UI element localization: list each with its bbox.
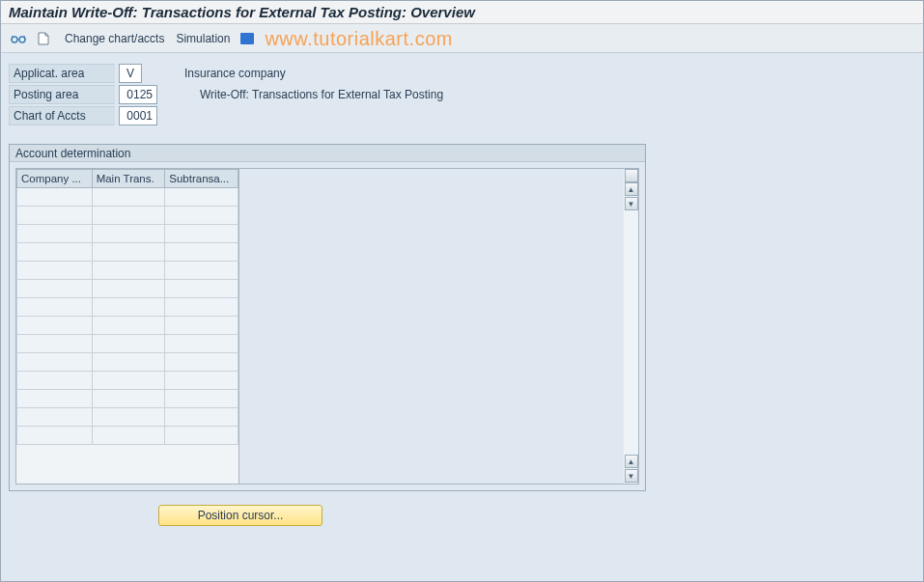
table-row[interactable] <box>17 188 238 207</box>
new-page-icon[interactable] <box>34 29 53 48</box>
table-cell[interactable] <box>17 353 93 372</box>
table-row[interactable] <box>17 353 238 372</box>
simulation-button[interactable]: Simulation <box>176 32 230 45</box>
table-cell[interactable] <box>165 390 238 408</box>
table-cell[interactable] <box>165 262 238 280</box>
sap-window: Maintain Write-Off: Transactions for Ext… <box>0 0 924 582</box>
table-row[interactable] <box>17 317 238 335</box>
table-cell[interactable] <box>92 243 165 262</box>
table-cell[interactable] <box>165 427 238 445</box>
table-cell[interactable] <box>17 280 93 298</box>
table-cell[interactable] <box>17 372 93 390</box>
col-company[interactable]: Company ... <box>17 170 93 188</box>
position-cursor-button[interactable]: Position cursor... <box>158 505 322 526</box>
table-cell[interactable] <box>92 372 165 390</box>
grid-table[interactable]: Company ... Main Trans. Subtransa... <box>16 169 238 445</box>
table-row[interactable] <box>17 390 238 408</box>
desc-applicat-area: Insurance company <box>184 67 286 80</box>
grid-header-row: Company ... Main Trans. Subtransa... <box>17 170 238 188</box>
table-row[interactable] <box>17 408 238 427</box>
app-toolbar: Change chart/accts Simulation www.tutori… <box>1 24 923 53</box>
table-cell[interactable] <box>165 335 238 353</box>
table-cell[interactable] <box>92 408 165 427</box>
input-chart-of-accts[interactable] <box>119 106 157 125</box>
grid-table-wrap: Company ... Main Trans. Subtransa... <box>15 168 239 485</box>
table-cell[interactable] <box>92 207 165 225</box>
table-cell[interactable] <box>165 317 238 335</box>
table-row[interactable] <box>17 262 238 280</box>
table-cell[interactable] <box>92 280 165 298</box>
table-cell[interactable] <box>165 207 238 225</box>
scroll-up-bottom-icon[interactable]: ▲ <box>625 455 638 468</box>
table-cell[interactable] <box>17 225 93 243</box>
table-cell[interactable] <box>165 372 238 390</box>
table-cell[interactable] <box>17 427 93 445</box>
scroll-down-bottom-icon[interactable]: ▼ <box>625 469 638 483</box>
col-subtransa[interactable]: Subtransa... <box>165 170 238 188</box>
table-cell[interactable] <box>17 317 93 335</box>
label-applicat-area: Applicat. area <box>9 64 115 83</box>
table-cell[interactable] <box>165 408 238 427</box>
account-determination-panel: Account determination Company ... Main T… <box>9 144 646 491</box>
table-cell[interactable] <box>165 243 238 262</box>
table-cell[interactable] <box>92 353 165 372</box>
table-cell[interactable] <box>92 225 165 243</box>
table-cell[interactable] <box>165 225 238 243</box>
table-cell[interactable] <box>165 298 238 317</box>
table-cell[interactable] <box>92 335 165 353</box>
table-cell[interactable] <box>17 408 93 427</box>
scroll-thumb[interactable] <box>625 169 638 182</box>
table-cell[interactable] <box>165 188 238 207</box>
info-icon[interactable] <box>238 29 257 48</box>
panel-title: Account determination <box>10 145 645 162</box>
field-row-posting-area: Posting area Write-Off: Transactions for… <box>9 84 915 105</box>
table-cell[interactable] <box>92 298 165 317</box>
table-row[interactable] <box>17 243 238 262</box>
label-posting-area: Posting area <box>9 85 115 104</box>
table-cell[interactable] <box>92 262 165 280</box>
table-row[interactable] <box>17 280 238 298</box>
table-cell[interactable] <box>17 390 93 408</box>
table-cell[interactable] <box>17 207 93 225</box>
table-row[interactable] <box>17 298 238 317</box>
table-cell[interactable] <box>17 243 93 262</box>
glasses-detail-icon[interactable] <box>9 29 28 48</box>
table-cell[interactable] <box>165 280 238 298</box>
desc-posting-area: Write-Off: Transactions for External Tax… <box>200 88 443 101</box>
content-area: Applicat. area Insurance company Posting… <box>1 53 923 581</box>
input-applicat-area[interactable] <box>119 64 142 83</box>
table-cell[interactable] <box>92 390 165 408</box>
table-row[interactable] <box>17 427 238 445</box>
table-cell[interactable] <box>92 188 165 207</box>
table-cell[interactable] <box>17 188 93 207</box>
svg-rect-4 <box>246 38 248 42</box>
panel-body: Company ... Main Trans. Subtransa... ▲ <box>10 162 645 490</box>
table-cell[interactable] <box>165 353 238 372</box>
page-title: Maintain Write-Off: Transactions for Ext… <box>1 1 923 24</box>
table-row[interactable] <box>17 225 238 243</box>
watermark-text: www.tutorialkart.com <box>265 28 453 50</box>
table-row[interactable] <box>17 335 238 353</box>
scroll-up-icon[interactable]: ▲ <box>625 182 638 196</box>
field-row-chart-of-accts: Chart of Accts <box>9 105 915 126</box>
table-cell[interactable] <box>17 262 93 280</box>
label-chart-of-accts: Chart of Accts <box>9 106 115 125</box>
svg-rect-3 <box>246 35 248 37</box>
table-row[interactable] <box>17 372 238 390</box>
field-row-applicat-area: Applicat. area Insurance company <box>9 63 915 84</box>
col-main-trans[interactable]: Main Trans. <box>92 170 165 188</box>
table-cell[interactable] <box>17 335 93 353</box>
grid-empty-area <box>239 168 624 485</box>
change-chart-accts-button[interactable]: Change chart/accts <box>65 32 164 45</box>
table-row[interactable] <box>17 207 238 225</box>
input-posting-area[interactable] <box>119 85 157 104</box>
table-cell[interactable] <box>92 317 165 335</box>
table-cell[interactable] <box>17 298 93 317</box>
scroll-down-icon[interactable]: ▼ <box>625 197 638 210</box>
table-cell[interactable] <box>92 427 165 445</box>
vertical-scrollbar[interactable]: ▲ ▼ ▲ ▼ <box>624 168 639 485</box>
